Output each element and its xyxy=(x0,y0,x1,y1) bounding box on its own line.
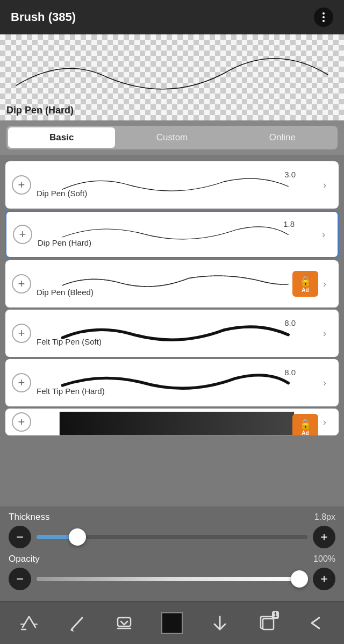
controls-area: Thickness 1.8px − + Opacity 100% xyxy=(0,506,344,601)
transform-icon xyxy=(18,612,40,634)
brush-stroke-area-partial xyxy=(37,409,317,435)
brush-item-dip-pen-bleed[interactable]: + Dip Pen (Bleed) 🔒 Ad › xyxy=(5,260,339,307)
brush-stroke-area-felt-soft: 8.0 Felt Tip Pen (Soft) xyxy=(37,317,317,349)
thickness-slider-thumb[interactable] xyxy=(69,528,86,546)
brush-item-partial[interactable]: + 🔒 Ad › xyxy=(5,409,339,435)
ad-text: Ad xyxy=(302,287,309,293)
tabs-container: Basic Custom Online xyxy=(0,120,344,155)
thickness-slider-track[interactable] xyxy=(37,535,307,539)
preview-brush-name: Dip Pen (Hard) xyxy=(6,105,74,116)
color-swatch-button[interactable] xyxy=(156,607,188,639)
brush-name-felt-soft: Felt Tip Pen (Soft) xyxy=(37,337,102,346)
tab-online[interactable]: Online xyxy=(229,127,336,148)
thickness-slider-row: − + xyxy=(9,526,335,548)
add-brush-button-felt-hard[interactable]: + xyxy=(12,373,31,392)
thickness-minus-button[interactable]: − xyxy=(9,526,31,548)
back-arrow-icon xyxy=(304,612,326,634)
ad-text-partial: Ad xyxy=(302,430,309,436)
brush-list: + 3.0 Dip Pen (Soft) › + 1.8 Dip Pen (Ha… xyxy=(0,155,344,506)
pen-tool-button[interactable] xyxy=(61,607,93,639)
brush-size-dip-hard: 1.8 xyxy=(283,219,295,228)
brush-item-dip-pen-hard[interactable]: + 1.8 Dip Pen (Hard) › xyxy=(5,211,339,258)
brush-detail-arrow-felt-soft[interactable]: › xyxy=(317,326,332,341)
add-brush-button-dip-pen-bleed[interactable]: + xyxy=(12,274,31,294)
color-swatch xyxy=(161,612,183,634)
brush-name-felt-hard: Felt Tip Pen (Hard) xyxy=(37,387,105,396)
header: Brush (385) xyxy=(0,0,344,34)
down-arrow-icon xyxy=(209,612,231,634)
down-arrow-button[interactable] xyxy=(204,607,236,639)
brush-preview-area: Dip Pen (Hard) xyxy=(0,34,344,120)
brush-size-felt-hard: 8.0 xyxy=(284,368,296,377)
layers-count: 1 xyxy=(272,611,279,619)
transform-button[interactable] xyxy=(13,607,45,639)
brush-name-dip-bleed: Dip Pen (Bleed) xyxy=(37,288,94,297)
svg-rect-0 xyxy=(60,412,294,435)
brush-detail-arrow-dip-soft[interactable]: › xyxy=(317,177,332,192)
opacity-slider-track[interactable] xyxy=(37,577,307,581)
opacity-slider-thumb[interactable] xyxy=(291,570,308,588)
brush-item-felt-tip-soft[interactable]: + 8.0 Felt Tip Pen (Soft) › xyxy=(5,310,339,357)
svg-line-1 xyxy=(23,617,29,627)
add-brush-button-dip-pen-hard[interactable]: + xyxy=(13,225,32,244)
dropdown-button[interactable] xyxy=(108,607,140,639)
ad-lock-badge-partial[interactable]: 🔒 Ad xyxy=(292,414,318,435)
opacity-control: Opacity 100% − + xyxy=(9,554,335,590)
add-brush-button-felt-soft[interactable]: + xyxy=(12,324,31,343)
layers-button[interactable]: 1 xyxy=(251,607,283,639)
thickness-plus-button[interactable]: + xyxy=(313,526,335,548)
app-container: Brush (385) Dip Pen (Hard) Basic Custom … xyxy=(0,0,344,644)
thickness-control: Thickness 1.8px − + xyxy=(9,512,335,548)
tab-bar: Basic Custom Online xyxy=(6,126,338,149)
brush-stroke-area-felt-hard: 8.0 Felt Tip Pen (Hard) xyxy=(37,367,317,399)
add-brush-button-partial[interactable]: + xyxy=(12,412,31,432)
back-button[interactable] xyxy=(299,607,331,639)
tab-custom[interactable]: Custom xyxy=(118,127,225,148)
brush-detail-arrow-dip-hard[interactable]: › xyxy=(316,227,331,242)
header-title: Brush (385) xyxy=(11,10,76,24)
brush-stroke-area-bleed: Dip Pen (Bleed) xyxy=(37,268,317,300)
opacity-label: Opacity xyxy=(9,554,40,564)
brush-detail-arrow-partial[interactable]: › xyxy=(317,414,332,430)
brush-item-dip-pen-soft[interactable]: + 3.0 Dip Pen (Soft) › xyxy=(5,161,339,209)
bottom-toolbar: 1 xyxy=(0,601,344,644)
opacity-value: 100% xyxy=(313,554,335,564)
thickness-header: Thickness 1.8px xyxy=(9,512,335,523)
more-options-button[interactable] xyxy=(314,8,333,27)
brush-stroke-area-hard: 1.8 Dip Pen (Hard) xyxy=(38,218,316,251)
brush-detail-arrow-felt-hard[interactable]: › xyxy=(317,375,332,390)
brush-size-felt-soft: 8.0 xyxy=(284,318,296,327)
thickness-label: Thickness xyxy=(9,512,50,523)
brush-detail-arrow-dip-bleed[interactable]: › xyxy=(317,276,332,291)
opacity-slider-row: − + xyxy=(9,568,335,590)
three-dots-icon xyxy=(322,12,325,22)
brush-item-felt-tip-hard[interactable]: + 8.0 Felt Tip Pen (Hard) › xyxy=(5,359,339,406)
thickness-value: 1.8px xyxy=(314,512,335,522)
brush-name-dip-hard: Dip Pen (Hard) xyxy=(38,238,91,247)
svg-rect-12 xyxy=(263,619,274,629)
lock-icon-partial: 🔒 xyxy=(299,418,311,430)
opacity-plus-button[interactable]: + xyxy=(313,568,335,590)
ad-lock-badge-bleed[interactable]: 🔒 Ad xyxy=(292,271,318,297)
opacity-minus-button[interactable]: − xyxy=(9,568,31,590)
brush-size-dip-soft: 3.0 xyxy=(284,170,296,179)
brush-stroke-area-soft: 3.0 Dip Pen (Soft) xyxy=(37,169,317,201)
pen-icon xyxy=(66,612,88,634)
lock-icon: 🔒 xyxy=(299,275,311,287)
add-brush-button-dip-pen-soft[interactable]: + xyxy=(12,175,31,195)
svg-line-2 xyxy=(29,617,35,627)
dropdown-icon xyxy=(113,612,135,634)
tab-basic[interactable]: Basic xyxy=(8,127,115,148)
opacity-header: Opacity 100% xyxy=(9,554,335,564)
brush-name-dip-soft: Dip Pen (Soft) xyxy=(37,189,87,198)
svg-line-6 xyxy=(71,618,82,629)
